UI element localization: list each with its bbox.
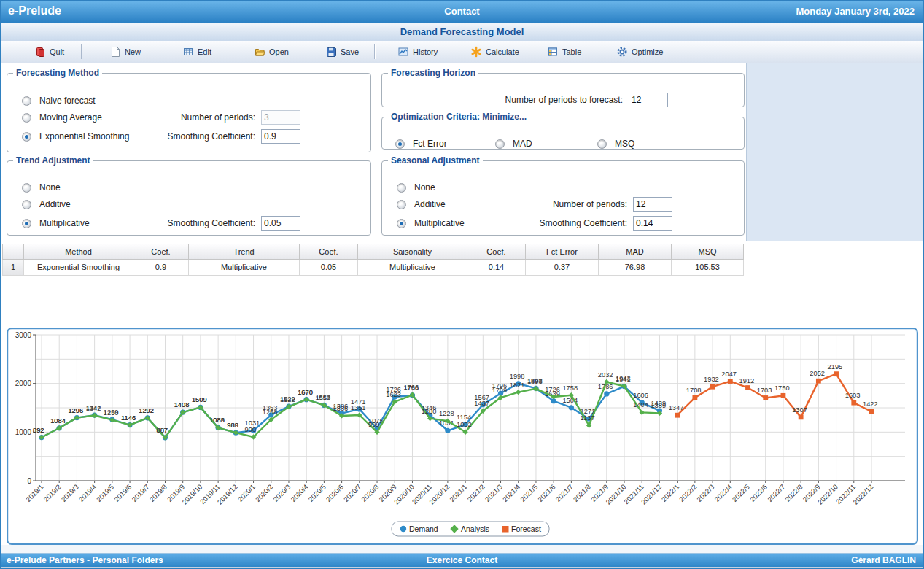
radio-naive-forecast[interactable]: [22, 96, 31, 106]
marker-forecast: [851, 400, 856, 406]
radio-trend-additive[interactable]: [22, 200, 31, 209]
radio-label-trend-none: None: [39, 182, 61, 193]
forecasting-method-legend: Forecasting Method: [13, 68, 102, 78]
data-label-analysis: 1670: [298, 389, 313, 396]
calculate-asterisk-icon: [470, 46, 482, 58]
history-chart-icon: [397, 46, 409, 58]
toolbar-button-open[interactable]: Open: [249, 44, 293, 60]
results-table-header-cell: [2, 244, 24, 260]
radio-label-naive-forecast: Naive forecast: [39, 96, 96, 106]
data-label-analysis: 1709: [492, 387, 508, 394]
radio-seasonal-multiplicative[interactable]: [397, 219, 406, 228]
marker-demand: [445, 428, 450, 433]
seasonal-adjustment-group: Seasonal Adjustment None Additive Number…: [381, 155, 745, 236]
radio-seasonal-additive[interactable]: [397, 200, 406, 209]
smoothing-coefficient-input[interactable]: [261, 129, 300, 144]
radio-msq[interactable]: [597, 139, 607, 149]
toolbar-button-save[interactable]: Save: [321, 44, 363, 60]
toolbar-separator: [374, 44, 375, 59]
toolbar-button-new[interactable]: New: [105, 44, 145, 60]
trend-smoothing-coefficient-input[interactable]: [261, 216, 300, 231]
smoothing-coefficient-label: Smoothing Coefficient:: [117, 131, 255, 142]
seasonal-smoothing-coefficient-label: Smoothing Coefficient:: [492, 218, 627, 228]
radio-exponential-smoothing[interactable]: [22, 132, 31, 142]
trend-adjustment-legend: Trend Adjustment: [13, 155, 93, 166]
toolbar-button-label: Save: [341, 47, 359, 56]
radio-fct-error[interactable]: [395, 139, 405, 149]
radio-moving-average[interactable]: [22, 113, 31, 123]
data-label-analysis: 1893: [527, 378, 543, 385]
radio-label-trend-additive: Additive: [39, 199, 71, 209]
x-tick-label: 2019/6: [112, 483, 133, 503]
number-of-periods-input[interactable]: [261, 110, 300, 125]
results-table-cell: 0.05: [300, 260, 358, 276]
radio-label-seasonal-multiplicative: Multiplicative: [414, 218, 465, 228]
data-label-analysis: 1351: [351, 404, 366, 411]
results-table-header-cell: Coef.: [133, 244, 189, 260]
marker-forecast: [763, 395, 768, 400]
data-label-analysis: 1084: [50, 417, 66, 425]
data-label-analysis: 892: [33, 427, 44, 434]
results-table-cell: 0.14: [467, 260, 526, 276]
toolbar-button-quit[interactable]: Quit: [30, 44, 69, 60]
radio-label-seasonal-none: None: [414, 182, 435, 193]
trend-smoothing-coefficient-label: Smoothing Coefficient:: [117, 218, 255, 228]
results-table: MethodCoef.TrendCoef.SaisonalityCoef.Fct…: [2, 244, 744, 276]
data-label-analysis: 1726: [545, 386, 560, 393]
marker-forecast: [710, 384, 715, 390]
toolbar-button-label: New: [125, 47, 141, 56]
optimize-gear-icon: [616, 46, 628, 58]
toolbar-separator: [81, 44, 82, 59]
data-label-analysis: 1258: [263, 409, 278, 416]
radio-mad[interactable]: [495, 139, 505, 149]
toolbar-button-history[interactable]: History: [393, 44, 442, 60]
data-label-analysis: 1758: [562, 384, 578, 392]
x-tick-label: 2022/2: [678, 483, 698, 503]
y-tick-label: 0: [27, 477, 31, 485]
x-tick-label: 2020/6: [325, 483, 345, 503]
table-row[interactable]: 1Exponential Smoothing0.9Multiplicative0…: [2, 260, 744, 276]
data-label-analysis: 887: [156, 427, 168, 434]
data-label-forecast: 2052: [810, 370, 825, 377]
marker-analysis: [304, 397, 309, 402]
radio-label-exponential-smoothing: Exponential Smoothing: [39, 131, 129, 142]
seasonal-smoothing-coefficient-input[interactable]: [633, 216, 672, 231]
x-tick-label: 2020/1: [236, 483, 257, 503]
periods-to-forecast-input[interactable]: [629, 93, 668, 107]
toolbar-button-label: Open: [269, 47, 289, 56]
results-table-header-cell: Fct Error: [526, 244, 599, 260]
x-tick-label: 2019/3: [60, 483, 80, 503]
radio-label-msq: MSQ: [615, 139, 634, 149]
data-label-analysis: 1437: [474, 400, 489, 407]
seasonal-periods-input[interactable]: [633, 197, 672, 212]
data-label-analysis: 989: [227, 422, 238, 429]
radio-trend-multiplicative[interactable]: [22, 219, 31, 228]
periods-to-forecast-label: Number of periods to forecast:: [397, 95, 623, 105]
toolbar-button-optimize[interactable]: Optimize: [612, 44, 667, 60]
new-document-icon: [109, 46, 121, 58]
forecast-chart: 01000200030002019/12019/22019/32019/4201…: [9, 330, 915, 542]
y-tick-label: 3000: [15, 331, 32, 339]
optimization-criteria-group: Optimization Criteria: Minimize... Fct E…: [381, 112, 745, 150]
toolbar-button-table[interactable]: Table: [543, 44, 586, 60]
radio-seasonal-none[interactable]: [397, 183, 406, 193]
data-label-analysis: 1002: [457, 421, 472, 428]
x-tick-label: 2021/6: [536, 483, 556, 503]
radio-trend-none[interactable]: [22, 183, 31, 193]
results-table-header-cell: Coef.: [467, 244, 526, 260]
page-title: Demand Forecasting Model: [1, 23, 923, 41]
data-label-forecast: 1422: [863, 400, 878, 408]
x-tick-label: 2022/8: [783, 483, 804, 503]
x-tick-label: 2019/4: [77, 483, 98, 503]
top-bar: e-Prelude Contact Monday January 3rd, 20…: [1, 1, 923, 23]
toolbar-button-edit[interactable]: Edit: [178, 44, 216, 60]
x-tick-label: 2022/1: [660, 483, 680, 503]
status-right: Gérard BAGLIN: [851, 555, 916, 565]
toolbar-button-calculate[interactable]: Calculate: [466, 44, 524, 60]
save-floppy-icon: [325, 46, 337, 58]
data-label-analysis: 1522: [280, 396, 295, 403]
x-tick-label: 2022/4: [713, 483, 733, 503]
legend-forecast-label: Forecast: [511, 525, 541, 533]
legend-forecast-marker: [502, 526, 509, 533]
results-table-cell: Multiplicative: [189, 260, 300, 276]
